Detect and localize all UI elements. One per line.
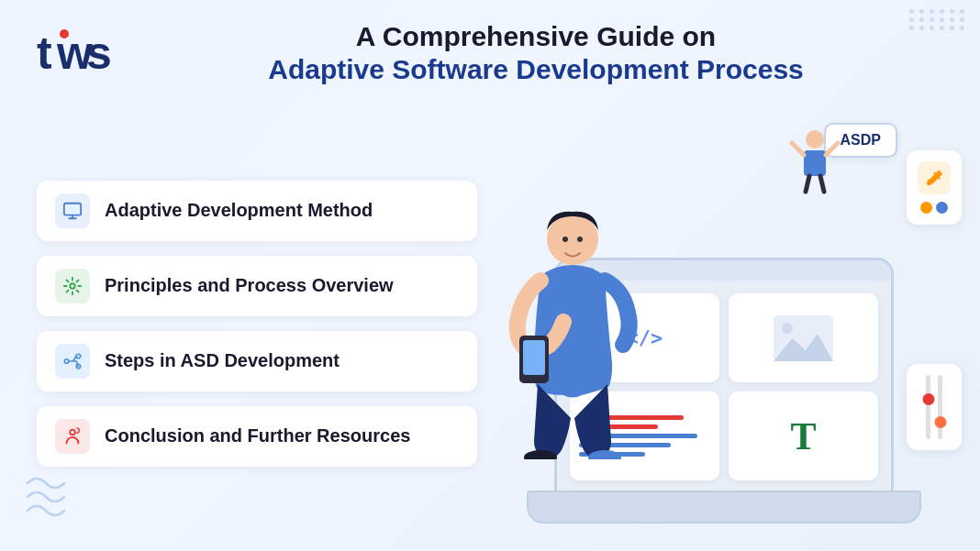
main-content: Adaptive Development Method Principles a… xyxy=(0,95,980,551)
text-letter: T xyxy=(790,414,816,458)
menu-item-principles[interactable]: Principles and Process Overview xyxy=(37,256,477,316)
color-swatch-orange xyxy=(920,202,932,214)
small-person xyxy=(787,123,842,200)
menu-side: Adaptive Development Method Principles a… xyxy=(37,95,477,542)
title-line1: A Comprehensive Guide on xyxy=(128,20,943,53)
menu-item-adaptive[interactable]: Adaptive Development Method xyxy=(37,181,477,241)
person-svg xyxy=(508,203,664,459)
logo-svg: t w s xyxy=(37,27,110,77)
color-swatch-blue xyxy=(936,202,948,214)
svg-point-18 xyxy=(782,323,793,334)
person-figure xyxy=(508,203,664,459)
svg-point-5 xyxy=(70,283,75,289)
slider-thumb-2[interactable] xyxy=(934,416,946,428)
menu-label-steps: Steps in ASD Development xyxy=(105,350,340,371)
illustration-side: ASDP xyxy=(496,95,952,542)
menu-item-conclusion[interactable]: Conclusion and Further Resources xyxy=(37,406,477,467)
decorative-dots xyxy=(909,9,966,30)
tools-panel xyxy=(907,150,962,225)
menu-label-conclusion: Conclusion and Further Resources xyxy=(105,425,410,446)
image-card xyxy=(729,293,878,382)
settings-icon xyxy=(55,269,90,303)
svg-text:t: t xyxy=(37,28,52,77)
svg-line-15 xyxy=(820,176,824,192)
image-placeholder-svg xyxy=(774,315,833,361)
slider-track-1[interactable] xyxy=(926,375,930,439)
menu-label-adaptive: Adaptive Development Method xyxy=(105,200,373,221)
svg-line-12 xyxy=(792,143,804,155)
svg-text:s: s xyxy=(86,28,110,77)
title-area: A Comprehensive Guide on Adaptive Softwa… xyxy=(128,20,943,86)
slider-track-2[interactable] xyxy=(938,375,942,439)
svg-line-14 xyxy=(806,176,809,192)
monitor-icon xyxy=(55,193,90,228)
svg-rect-21 xyxy=(523,340,545,375)
wavy-svg xyxy=(23,474,78,520)
small-person-svg xyxy=(787,123,842,196)
svg-rect-11 xyxy=(804,150,826,176)
asdp-label: ASDP xyxy=(841,132,881,148)
svg-point-25 xyxy=(577,237,583,242)
svg-point-24 xyxy=(562,237,568,242)
header: t w s A Comprehensive Guide on Adaptive … xyxy=(0,0,980,95)
text-t-card: T xyxy=(729,391,878,480)
svg-point-10 xyxy=(806,130,824,149)
bucket-tool-icon xyxy=(918,161,951,194)
page-container: t w s A Comprehensive Guide on Adaptive … xyxy=(0,0,980,551)
workflow-icon xyxy=(55,344,90,379)
title-line2: Adaptive Software Development Process xyxy=(128,53,943,86)
svg-point-19 xyxy=(547,214,598,265)
slider-thumb-1[interactable] xyxy=(922,393,934,405)
svg-point-9 xyxy=(70,429,75,435)
svg-line-13 xyxy=(826,143,838,155)
menu-label-principles: Principles and Process Overview xyxy=(105,275,394,296)
logo: t w s xyxy=(37,27,110,81)
menu-item-steps[interactable]: Steps in ASD Development xyxy=(37,331,477,391)
svg-rect-4 xyxy=(64,203,81,215)
two-sliders xyxy=(926,375,942,439)
laptop-wrapper: </> xyxy=(527,239,921,542)
users-icon xyxy=(55,419,90,454)
color-swatches xyxy=(920,202,948,214)
laptop-base xyxy=(527,490,921,523)
wavy-decoration xyxy=(23,474,78,523)
